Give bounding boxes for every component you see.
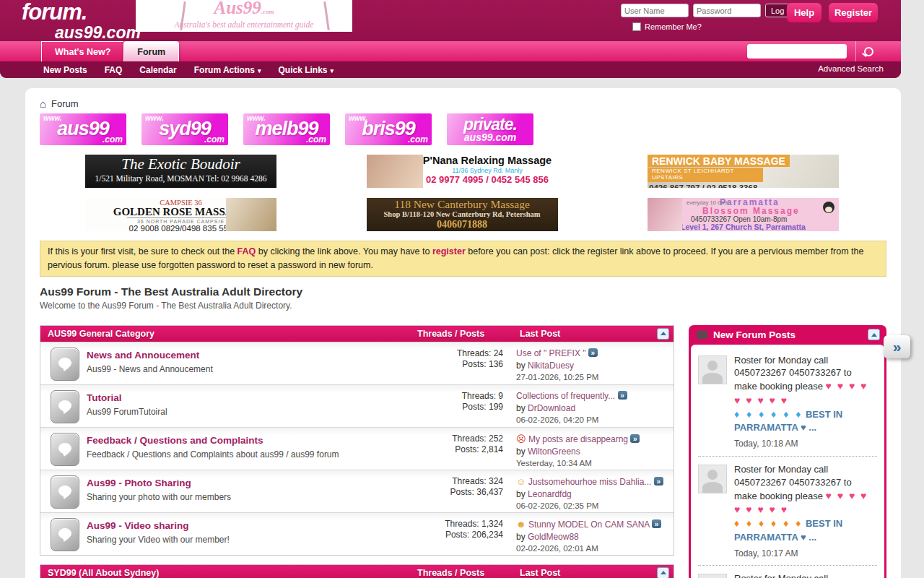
ad-title: 118 New Canterbury Massage [367,198,558,210]
advanced-search-link[interactable]: Advanced Search [818,64,884,73]
forum-description: Sharing your Video with our member! [87,535,418,545]
by-label: by [516,403,526,413]
ad-pnana-massage[interactable]: P'Nana Relaxing Massage 11/36 Sydney Rd.… [367,155,558,188]
last-post-title-link[interactable]: Collections of frequently... [516,391,615,401]
last-post-title-link[interactable]: My posts are disappearng [528,434,628,444]
last-post-date: 06-02-2026, 04:20 PM [516,415,669,424]
tab-whats-new[interactable]: What's New? [41,41,123,62]
sidebar-post[interactable]: Roster for Monday call 0450723267 045073… [698,457,877,566]
forum-title-link[interactable]: Aus99 - Video sharing [87,520,189,531]
last-post-date: 02-02-2026, 02:01 AM [516,544,669,553]
username-input[interactable] [621,4,689,17]
banner-syd99[interactable]: www. syd99 .com [141,113,228,145]
sidebar-expand-handle[interactable]: » [884,335,910,358]
subnav-new-posts[interactable]: New Posts [43,65,87,75]
chevron-down-icon: ▾ [331,67,334,74]
ad-phone: 02 9977 4995 / 0452 545 856 [417,174,558,186]
subnav-forum-actions[interactable]: Forum Actions▾ [194,65,261,75]
banner-aus99[interactable]: www. aus99 .com [40,113,126,145]
subnav-faq[interactable]: FAQ [105,65,123,75]
collapse-category-button[interactable] [657,567,669,578]
notice-text: If this is your first visit, be sure to … [48,246,237,256]
ad-title: RENWICK BABY MASSAGE [648,155,790,167]
forum-icon [51,475,79,509]
banner-bris99[interactable]: www. bris99 .com [345,113,432,145]
search-input[interactable] [747,44,847,59]
ad-exotic-boudoir[interactable]: The Exotic Boudoir 1/521 Military Road, … [85,155,276,188]
forum-icon [51,390,79,423]
doll-icon [823,202,834,213]
ad-title: The Exotic Boudoir [85,155,276,173]
goto-last-post-icon[interactable]: » [630,434,640,443]
register-link[interactable]: register [432,246,466,256]
goto-last-post-icon[interactable]: » [588,348,598,357]
help-button[interactable]: Help [787,3,821,22]
remember-me-label: Remember Me? [645,22,702,31]
last-post-user-link[interactable]: GoldMeow88 [528,532,579,542]
forum-title-link[interactable]: Tutorial [87,392,122,403]
forum-title-link[interactable]: News and Annoucement [87,350,199,361]
tab-forum[interactable]: Forum [123,41,179,62]
collapse-category-button[interactable] [657,328,669,340]
site-header: forum. aus99.com Aus99.com Australia's b… [0,0,901,78]
banner-private-aus99[interactable]: private. aus99.com [447,113,533,145]
sidebar-post[interactable]: Roster for Monday call 0450723267 045073… [698,348,877,457]
goto-last-post-icon[interactable]: » [652,519,661,528]
column-header-last-post: Last Post [520,568,657,578]
last-post-title-link[interactable]: Use of " PREFIX " [516,348,586,358]
post-text: Roster for Monday call 0450723267 045073… [734,573,852,578]
ad-address: 1/521 Military Road, MOSMAN Tel: 02 9968… [85,173,276,184]
ad-canterbury-massage[interactable]: 118 New Canterbury Massage Shop B/118-12… [367,198,558,231]
main-content: ⌂ Forum www. aus99 .com www. syd99 .com … [25,88,901,578]
aus99-banner-ad[interactable]: Aus99.com Australia's best adult enterta… [136,0,352,32]
last-post-date: 06-02-2026, 02:35 PM [516,501,669,510]
register-button[interactable]: Register [829,3,878,22]
forum-title-link[interactable]: Feedback / Questions and Complaints [87,435,263,446]
last-post-user-link[interactable]: DrDownload [528,403,575,413]
banner-melb99[interactable]: www. melb99 .com [243,113,330,145]
banner-suffix: .com [204,134,225,144]
forum-row-video-sharing: Aus99 - Video sharing Sharing your Video… [40,512,674,555]
sidebar-post[interactable]: Roster for Monday call 0450723267 045073… [698,566,877,578]
ad-blossom-massage[interactable]: everyday 10 Girls Parramatta Blossom Mas… [648,198,839,231]
column-header-threads-posts: Threads / Posts [417,568,520,578]
category-aus99-general: AUS99 General Category Threads / Posts L… [40,325,674,556]
page-title: Aus99 Forum - The Best Australia Adult D… [40,285,886,298]
banner-suffix: aus99.com [447,131,533,143]
smiley-face-emoji: ☺ [516,476,526,487]
home-icon[interactable]: ⌂ [40,98,46,109]
first-visit-notice: If this is your first visit, be sure to … [40,241,886,277]
last-post-title-link[interactable]: Justsomehourhoe miss Dahlia... [528,477,652,487]
remember-me-checkbox[interactable] [632,22,641,31]
password-input[interactable] [693,4,761,17]
last-post-user-link[interactable]: NikitaDuesy [528,361,574,371]
subnav: New Posts FAQ Calendar Forum Actions▾ Qu… [43,61,334,78]
forum-stats: Threads: 9Posts: 199 [418,385,503,427]
logo-line2: aus99.com [55,25,141,41]
last-post-title-link[interactable]: Stunny MODEL On CAM SANA [528,519,650,530]
ad-tag: everyday 10 Girls [687,200,728,206]
last-post-user-link[interactable]: WiltonGreens [528,447,580,457]
subnav-calendar[interactable]: Calendar [139,65,176,75]
banner-suffix: .com [306,134,326,144]
site-banner-row: www. aus99 .com www. syd99 .com www. mel… [40,113,886,145]
forum-description: Sharing your photo with our members [87,492,418,502]
search-button[interactable] [855,41,881,61]
faq-link[interactable]: FAQ [237,246,256,256]
last-post-date: Yesterday, 10:34 AM [516,459,669,467]
subnav-quick-links[interactable]: Quick Links▾ [278,65,334,75]
forum-title-link[interactable]: Aus99 - Photo Sharing [87,478,191,488]
breadcrumb-forum-link[interactable]: Forum [51,98,79,109]
ad-renwick-massage[interactable]: RENWICK BABY MASSAGE RENWICK ST LEICHHAR… [648,155,839,188]
collapse-sidebar-button[interactable] [868,329,880,340]
ad-golden-rose-massage[interactable]: CAMPSIE 36 GOLDEN ROSE MASSAGE 36 NORTH … [85,198,276,231]
goto-last-post-icon[interactable]: » [618,391,627,400]
site-logo[interactable]: forum. aus99.com [22,1,141,41]
last-post-user-link[interactable]: Leonardfdg [528,489,572,499]
forum-description: Aus99 ForumTutoiral [87,407,418,417]
by-label: by [516,532,526,542]
forum-description: Aus99 - News and Annoucement [87,364,418,374]
ad-phone: 0426 867 797 / 02 9518 3368 [648,182,839,188]
goto-last-post-icon[interactable]: » [654,477,663,486]
forum-stats: Threads: 324Posts: 36,437 [418,470,503,512]
